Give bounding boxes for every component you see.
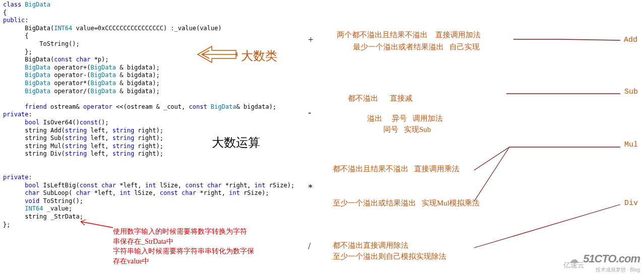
label-bigdata-calc: 大数运算 [212,135,260,151]
code-block: class BigData { public: BigData(INT64 va… [0,0,644,229]
label-add: Add [624,35,637,45]
symbol-plus: + [308,34,313,46]
watermark-sub: 技术成就梦想 · Blog [583,266,640,273]
div-desc-1: 都不溢出直接调用除法 [333,241,408,251]
sub-desc-2: 溢出 异号 调用加法 [367,114,443,124]
mul-desc-2: 至少一个溢出或结果溢出 实现Mul模拟乘法 [333,198,480,209]
symbol-minus: - [308,107,311,118]
label-div: Div [624,198,638,209]
label-sub: Sub [624,87,638,97]
watermark: ☁ 51CTO.com 技术成就梦想 · Blog [583,252,640,273]
label-mul: Mul [624,140,638,150]
red-note: 使用数字输入的时候需要将数字转换为字符 串保存在_StrData中 字符串输入时… [113,227,264,266]
watermark-left: 亿速云 [563,261,584,270]
symbol-div: / [308,241,311,252]
sub-desc-3: 同号 实现Sub [383,125,431,135]
div-desc-2: 至少一个溢出则自己模拟实现除法 [333,252,446,262]
mul-desc-1: 都不溢出且结果不溢出 直接调用乘法 [333,164,459,174]
watermark-brand: 51CTO.com [583,252,640,266]
add-desc-1: 两个都不溢出且结果不溢出 直接调用加法 [337,30,481,40]
symbol-mul: * [308,182,313,194]
label-bigdata-class: 大数类 [241,48,277,64]
add-desc-2: 最少一个溢出或者结果溢出 自己实现 [353,42,480,52]
sub-desc-1: 都不溢出 直接减 [348,94,413,104]
